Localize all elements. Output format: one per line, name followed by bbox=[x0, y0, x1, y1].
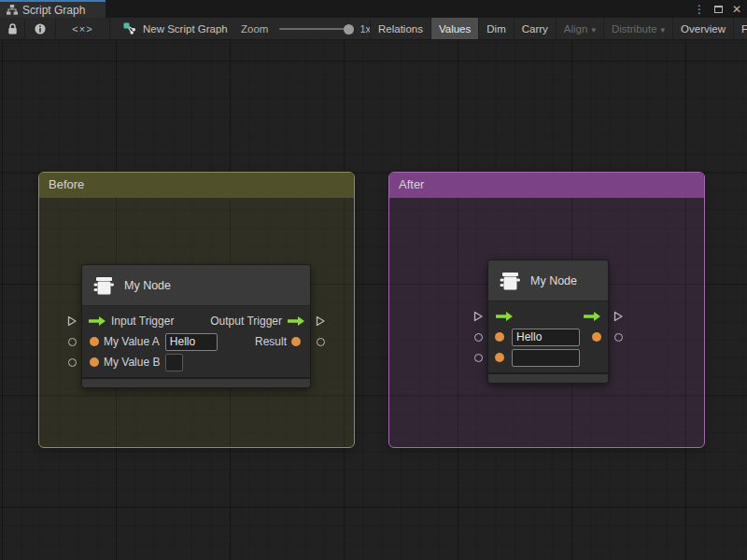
graph-title-area: New Script Graph bbox=[123, 18, 228, 39]
distribute-dropdown[interactable]: Distribute ▾ bbox=[603, 18, 672, 39]
script-graph-icon bbox=[123, 22, 136, 35]
unit-node-icon bbox=[498, 270, 522, 292]
close-icon[interactable]: ✕ bbox=[730, 2, 743, 17]
trigger-row bbox=[488, 306, 608, 327]
node-header[interactable]: My Node bbox=[488, 260, 608, 301]
chevron-down-icon: ▾ bbox=[591, 25, 596, 35]
node-body: Input Trigger Output Trigger My Value A … bbox=[82, 306, 310, 377]
window-menu-icon[interactable]: ⋮ bbox=[693, 2, 706, 17]
value-b-port-icon[interactable] bbox=[90, 357, 99, 367]
info-button[interactable] bbox=[25, 18, 56, 39]
relations-button[interactable]: Relations bbox=[370, 18, 430, 39]
node-my-node-after[interactable]: My Node bbox=[487, 259, 609, 384]
output-trigger-label: Output Trigger bbox=[210, 315, 282, 328]
chevron-down-icon: ▾ bbox=[661, 25, 666, 35]
value-b-port-icon[interactable] bbox=[495, 353, 504, 362]
outer-result-port[interactable] bbox=[613, 331, 624, 343]
value-a-label: My Value A bbox=[104, 335, 160, 348]
result-port-icon[interactable] bbox=[592, 332, 601, 342]
outer-value-a-port[interactable] bbox=[472, 331, 484, 343]
outer-value-b-port[interactable] bbox=[66, 357, 78, 368]
graph-title-label: New Script Graph bbox=[143, 23, 228, 35]
value-a-port-icon[interactable] bbox=[90, 337, 99, 346]
node-body bbox=[488, 301, 608, 372]
node-footer bbox=[82, 377, 310, 387]
group-before-header[interactable]: Before bbox=[39, 173, 354, 198]
carry-button[interactable]: Carry bbox=[514, 18, 556, 39]
input-trigger-label: Input Trigger bbox=[111, 315, 174, 328]
overview-button[interactable]: Overview bbox=[672, 18, 733, 39]
outer-input-trigger-port[interactable] bbox=[472, 311, 484, 322]
value-a-row bbox=[488, 327, 608, 347]
value-b-row bbox=[488, 347, 608, 368]
node-title: My Node bbox=[124, 279, 171, 292]
output-trigger-port-icon[interactable] bbox=[583, 311, 601, 322]
toolbar-toggles: Relations Values Dim Carry Align ▾ Distr… bbox=[370, 18, 747, 39]
result-port-icon[interactable] bbox=[291, 337, 301, 346]
value-b-row: My Value B bbox=[82, 352, 310, 372]
window-controls: ⋮ ✕ bbox=[693, 0, 743, 18]
zoom-label: Zoom bbox=[241, 23, 268, 35]
input-trigger-port-icon[interactable] bbox=[495, 311, 514, 322]
outer-input-trigger-port[interactable] bbox=[66, 315, 78, 327]
script-graph-window: Script Graph ⋮ ✕ <×> bbox=[0, 0, 747, 560]
outer-result-port[interactable] bbox=[315, 336, 326, 347]
result-label: Result bbox=[255, 335, 287, 348]
node-header[interactable]: My Node bbox=[82, 265, 310, 306]
value-a-input[interactable] bbox=[512, 329, 580, 346]
value-b-input[interactable] bbox=[165, 354, 183, 371]
outer-output-trigger-port[interactable] bbox=[613, 311, 624, 322]
outer-output-trigger-port[interactable] bbox=[315, 315, 326, 327]
group-after-header[interactable]: After bbox=[389, 173, 704, 198]
input-trigger-port-icon[interactable] bbox=[88, 315, 106, 327]
value-b-label: My Value B bbox=[104, 356, 160, 369]
code-view-icon: <×> bbox=[72, 23, 92, 35]
graph-canvas[interactable]: Before After My Node bbox=[0, 40, 747, 560]
value-a-input[interactable] bbox=[165, 333, 218, 351]
info-icon bbox=[34, 22, 47, 35]
dim-button[interactable]: Dim bbox=[478, 18, 513, 39]
fullscreen-button[interactable]: Full Screen bbox=[733, 18, 747, 39]
zoom-slider-handle[interactable] bbox=[344, 24, 354, 35]
maximize-icon[interactable] bbox=[712, 2, 725, 17]
value-b-input[interactable] bbox=[512, 349, 580, 367]
toolbar: <×> New Script Graph Zoom 1x Relations V… bbox=[0, 18, 747, 40]
code-view-button[interactable]: <×> bbox=[56, 18, 110, 39]
lock-icon bbox=[7, 22, 19, 35]
tab-label: Script Graph bbox=[22, 4, 85, 17]
node-footer bbox=[488, 372, 608, 383]
outer-value-b-port[interactable] bbox=[472, 352, 484, 363]
zoom-slider[interactable] bbox=[279, 28, 352, 30]
trigger-row: Input Trigger Output Trigger bbox=[82, 311, 310, 331]
value-a-port-icon[interactable] bbox=[495, 332, 504, 342]
unit-node-icon bbox=[92, 274, 116, 297]
zoom-control: Zoom 1x bbox=[241, 18, 371, 39]
value-a-row: My Value A Result bbox=[82, 331, 310, 352]
graph-tree-icon bbox=[7, 5, 18, 15]
output-trigger-port-icon[interactable] bbox=[287, 315, 305, 327]
tab-script-graph[interactable]: Script Graph bbox=[0, 0, 106, 18]
node-my-node-before[interactable]: My Node Input Trigger Out bbox=[81, 264, 311, 388]
outer-value-a-port[interactable] bbox=[66, 336, 78, 347]
lock-button[interactable] bbox=[0, 18, 25, 39]
tab-bar: Script Graph ⋮ ✕ bbox=[0, 0, 747, 18]
values-button[interactable]: Values bbox=[430, 18, 478, 39]
align-dropdown[interactable]: Align ▾ bbox=[556, 18, 603, 39]
node-title: My Node bbox=[530, 274, 577, 287]
